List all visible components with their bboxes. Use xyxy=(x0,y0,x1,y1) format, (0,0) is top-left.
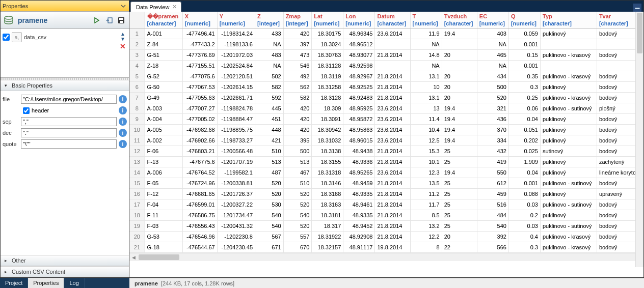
cell[interactable]: 25 xyxy=(442,210,477,221)
cell[interactable]: 13.5 xyxy=(410,178,442,189)
cell[interactable] xyxy=(540,61,597,71)
scroll-left-icon[interactable]: ◀ xyxy=(129,253,138,261)
cell[interactable]: 487 xyxy=(255,167,284,178)
cell[interactable]: 48.92908 xyxy=(343,232,375,242)
cell[interactable]: 18.3163 xyxy=(312,199,343,210)
cell[interactable]: 18.31258 xyxy=(312,82,343,93)
column-header[interactable]: X[numeric] xyxy=(182,12,217,28)
cell[interactable]: -477005.02 xyxy=(182,114,217,125)
cell[interactable]: F-03 xyxy=(145,221,182,232)
column-header[interactable]: Datum[character] xyxy=(375,12,410,28)
cell[interactable]: 18.317 xyxy=(312,221,343,232)
cell[interactable]: 20 xyxy=(442,232,477,242)
table-row[interactable]: 13F-13-476775.6-1201707.1951351318.31554… xyxy=(129,157,643,167)
cell[interactable]: 451 xyxy=(255,114,284,125)
cell[interactable]: puklinový xyxy=(540,189,597,199)
cell[interactable]: puklinovo - krasový xyxy=(540,93,597,103)
export-icon[interactable] xyxy=(104,16,114,25)
cell[interactable]: A-006 xyxy=(145,167,182,178)
table-row[interactable]: 9A-004-477005.02-1198884.4745142018.3091… xyxy=(129,114,643,125)
cell[interactable] xyxy=(375,61,410,71)
cell[interactable]: 48.95925 xyxy=(343,103,375,114)
cell[interactable]: NA xyxy=(410,61,442,71)
cell[interactable]: 0.15 xyxy=(508,50,540,61)
input-dec[interactable] xyxy=(21,128,117,137)
cell[interactable]: 18.31032 xyxy=(312,135,343,146)
cell[interactable]: puklinovo - sutinový xyxy=(540,178,597,189)
cell[interactable]: F-05 xyxy=(145,178,182,189)
cell[interactable]: 14.8 xyxy=(410,50,442,61)
cell[interactable]: puklinovo - sutinový xyxy=(540,103,597,114)
cell[interactable]: 434 xyxy=(477,71,508,82)
cell[interactable]: 48.96015 xyxy=(343,135,375,146)
cell[interactable]: puklinovo - krasový xyxy=(540,71,597,82)
cell[interactable]: 0.03 xyxy=(508,199,540,210)
cell[interactable]: -1202614.15 xyxy=(217,82,255,93)
cell[interactable]: 21.8.2014 xyxy=(375,178,410,189)
info-icon[interactable]: i xyxy=(119,140,127,148)
cell[interactable]: 21.8.2014 xyxy=(375,199,410,210)
cell[interactable]: 13.1 xyxy=(410,71,442,82)
cell[interactable]: 465 xyxy=(477,50,508,61)
cell[interactable]: 557 xyxy=(283,232,312,242)
move-down-icon[interactable]: ▼ xyxy=(120,37,125,41)
cell[interactable]: puklinový xyxy=(540,28,597,39)
cell[interactable]: puklinovo - sutinový xyxy=(540,199,597,210)
section-custom-csv[interactable]: ▸ Custom CSV Content xyxy=(1,266,129,277)
cell[interactable]: 23.6.2014 xyxy=(375,135,410,146)
cell[interactable]: -1198133.6 xyxy=(217,39,255,50)
cell[interactable]: 0.3 xyxy=(508,242,540,253)
cell[interactable]: 11.4 xyxy=(410,114,442,125)
cell[interactable]: G-50 xyxy=(145,82,182,93)
cell[interactable]: F-13 xyxy=(145,157,182,167)
table-row[interactable]: 3G-51-477376.69-1201972.0348347318.30763… xyxy=(129,50,643,61)
cell[interactable]: 500 xyxy=(283,146,312,157)
cell[interactable]: -477433.2 xyxy=(182,39,217,50)
cell[interactable]: 18.31318 xyxy=(312,167,343,178)
cell[interactable]: NA xyxy=(477,39,508,50)
cell[interactable]: 8 xyxy=(410,242,442,253)
cell[interactable]: 21.8.2014 xyxy=(375,157,410,167)
info-icon[interactable]: i xyxy=(119,106,127,114)
table-row[interactable]: 1A-001-477496.41-1198314.2443342018.3017… xyxy=(129,28,643,39)
cell[interactable]: 15.3 xyxy=(410,146,442,157)
cell[interactable]: 392 xyxy=(477,232,508,242)
cell[interactable]: puklinovo - krasový xyxy=(540,232,597,242)
cell[interactable]: 19.4 xyxy=(442,135,477,146)
cell[interactable]: -476724.96 xyxy=(182,178,217,189)
cell[interactable]: 370 xyxy=(477,125,508,135)
cell[interactable]: 19.4 xyxy=(442,125,477,135)
input-sep[interactable] xyxy=(21,117,117,126)
cell[interactable]: -1200566.48 xyxy=(217,146,255,157)
column-header[interactable]: T[numeric] xyxy=(410,12,442,28)
cell[interactable]: G-53 xyxy=(145,232,182,242)
cell[interactable]: 18.3119 xyxy=(312,71,343,82)
table-row[interactable]: 4Z-18-477155.51-1202524.84NA54618.311284… xyxy=(129,61,643,71)
cell[interactable]: 11.7 xyxy=(410,199,442,210)
column-header[interactable]: Zmap[integer] xyxy=(283,12,312,28)
cell[interactable]: NA xyxy=(410,39,442,50)
cell[interactable]: 0.001 xyxy=(508,61,540,71)
cell[interactable]: 21.8.2014 xyxy=(375,71,410,82)
cell[interactable]: 10.1 xyxy=(410,157,442,167)
input-quote[interactable] xyxy=(21,139,117,149)
cell[interactable]: 510 xyxy=(255,146,284,157)
close-icon[interactable]: ✕ xyxy=(172,4,177,10)
data-grid[interactable]: ��pramen[character]X[numeric]Y[numeric]Z… xyxy=(129,12,643,277)
cell[interactable]: 0.04 xyxy=(508,167,540,178)
horizontal-scrollbar[interactable]: ◀ ▶ xyxy=(129,253,643,261)
cell[interactable]: 520 xyxy=(255,189,284,199)
cell[interactable]: 18.3024 xyxy=(312,39,343,50)
cell[interactable]: 0.025 xyxy=(508,146,540,157)
cell[interactable]: 0.03 xyxy=(508,221,540,232)
cell[interactable]: 48.95863 xyxy=(343,125,375,135)
column-header[interactable]: Y[numeric] xyxy=(217,12,255,28)
cell[interactable]: 12.3 xyxy=(410,167,442,178)
cell[interactable]: -477496.41 xyxy=(182,28,217,39)
cell[interactable]: -1200338.81 xyxy=(217,178,255,189)
table-row[interactable]: 2Z-84-477433.2-1198133.6NA39718.302448.9… xyxy=(129,39,643,50)
cell[interactable]: 48.92598 xyxy=(343,61,375,71)
cell[interactable]: -1198314.24 xyxy=(217,28,255,39)
move-up-icon[interactable]: ▲ xyxy=(120,32,125,36)
cell[interactable]: 19.4 xyxy=(442,167,477,178)
